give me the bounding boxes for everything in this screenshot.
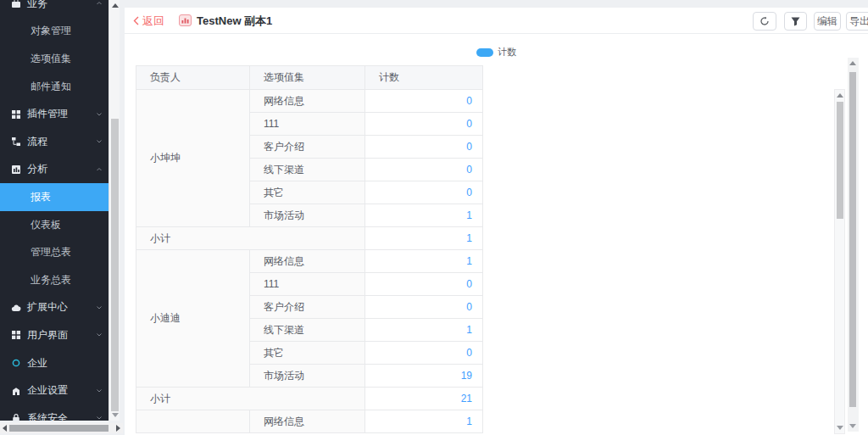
sidebar-item-label: 业务 xyxy=(27,0,47,11)
sidebar: 业务对象管理选项值集邮件通知插件管理流程分析报表仪表板管理总表业务总表扩展中心用… xyxy=(0,0,108,421)
page-scrollbar-thumb[interactable] xyxy=(849,72,856,407)
chevron-down-icon xyxy=(96,304,103,311)
sidebar-item-business[interactable]: 业务 xyxy=(0,0,108,18)
table-header-row: 负责人选项值集计数 xyxy=(136,66,483,90)
scroll-up-icon[interactable] xyxy=(849,61,856,65)
sidebar-item-label: 用户界面 xyxy=(27,328,68,343)
subtotal-label-cell: 小计 xyxy=(136,388,365,410)
toolbar: 返回 TestNew 副本1 编辑 导出 xyxy=(125,8,868,34)
table-scrollbar-thumb[interactable] xyxy=(837,102,843,219)
sidebar-item-report[interactable]: 报表 xyxy=(0,183,108,211)
subtotal-count-link[interactable]: 21 xyxy=(365,388,483,410)
sidebar-item-label: 流程 xyxy=(27,135,47,149)
sidebar-item-label: 邮件通知 xyxy=(31,80,71,94)
scroll-down-icon[interactable] xyxy=(849,424,856,428)
scroll-right-icon[interactable] xyxy=(116,425,120,432)
building-icon xyxy=(11,386,21,396)
scroll-left-icon[interactable] xyxy=(3,425,7,432)
sidebar-item-label: 系统安全 xyxy=(27,411,68,421)
subtotal-row: 小计1 xyxy=(136,227,483,250)
sidebar-item-system-security[interactable]: 系统安全 xyxy=(0,404,108,421)
sidebar-item-mail-notify[interactable]: 邮件通知 xyxy=(0,73,108,101)
sidebar-item-label: 扩展中心 xyxy=(27,300,68,315)
option-cell: 客户介绍 xyxy=(250,296,365,319)
option-cell: 线下渠道 xyxy=(250,319,365,342)
circle-icon xyxy=(11,358,21,368)
sidebar-item-label: 仪表板 xyxy=(31,218,61,232)
sidebar-item-workflow[interactable]: 流程 xyxy=(0,128,108,156)
sidebar-item-admin-summary[interactable]: 管理总表 xyxy=(0,238,108,266)
option-cell: 市场活动 xyxy=(250,365,365,388)
legend-swatch xyxy=(476,48,493,57)
sidebar-item-label: 业务总表 xyxy=(31,273,71,287)
back-label: 返回 xyxy=(142,14,164,29)
sidebar-item-business-summary[interactable]: 业务总表 xyxy=(0,266,108,294)
export-button[interactable]: 导出 xyxy=(846,12,868,31)
sidebar-item-dashboard[interactable]: 仪表板 xyxy=(0,211,108,239)
sidebar-item-enterprise-setup[interactable]: 企业设置 xyxy=(0,376,108,404)
grid-icon xyxy=(11,109,21,120)
count-link[interactable]: 1 xyxy=(365,410,483,433)
count-link[interactable]: 19 xyxy=(365,365,483,388)
scroll-up-icon[interactable] xyxy=(112,3,119,8)
refresh-icon xyxy=(760,16,770,26)
report-icon xyxy=(179,14,192,26)
sidebar-hscrollbar-thumb[interactable] xyxy=(9,425,108,432)
page-vertical-scrollbar[interactable] xyxy=(848,58,859,432)
main-panel: 返回 TestNew 副本1 编辑 导出 计数 负责人选 xyxy=(125,8,868,435)
sidebar-item-extension-center[interactable]: 扩展中心 xyxy=(0,294,108,322)
count-link[interactable]: 1 xyxy=(365,250,483,273)
count-link[interactable]: 1 xyxy=(365,319,483,342)
chevron-up-icon xyxy=(96,0,103,7)
option-cell: 网络信息 xyxy=(250,410,365,433)
table-row: 小迪迪网络信息1 xyxy=(136,250,483,273)
sidebar-item-label: 分析 xyxy=(27,162,47,176)
filter-button[interactable] xyxy=(784,12,807,31)
option-cell: 网络信息 xyxy=(250,250,365,273)
subtotal-row: 小计21 xyxy=(136,388,483,410)
count-link[interactable]: 0 xyxy=(365,273,483,296)
sidebar-item-label: 企业 xyxy=(27,356,47,371)
sidebar-item-label: 管理总表 xyxy=(31,245,71,259)
sidebar-item-option-set[interactable]: 选项值集 xyxy=(0,45,108,73)
table-vertical-scrollbar[interactable] xyxy=(834,89,845,434)
option-cell: 其它 xyxy=(250,342,365,365)
count-link[interactable]: 0 xyxy=(365,342,483,365)
count-link[interactable]: 1 xyxy=(365,204,483,227)
count-link[interactable]: 0 xyxy=(365,136,483,159)
sidebar-item-plugin-mgmt[interactable]: 插件管理 xyxy=(0,100,108,128)
scroll-up-icon[interactable] xyxy=(837,93,843,98)
count-link[interactable]: 0 xyxy=(365,113,483,136)
sidebar-scrollbar-thumb[interactable] xyxy=(111,119,119,411)
column-header: 计数 xyxy=(365,66,483,90)
chart-legend: 计数 xyxy=(125,46,868,59)
sidebar-item-object-mgmt[interactable]: 对象管理 xyxy=(0,18,108,46)
sidebar-item-user-interface[interactable]: 用户界面 xyxy=(0,321,108,349)
edit-button[interactable]: 编辑 xyxy=(814,12,841,31)
report-table-wrap: 负责人选项值集计数 小坤坤网络信息01110客户介绍0线下渠道0其它0市场活动1… xyxy=(136,65,483,433)
scroll-down-icon[interactable] xyxy=(112,413,119,417)
lock-icon xyxy=(11,413,21,421)
count-link[interactable]: 0 xyxy=(365,296,483,319)
sidebar-item-enterprise[interactable]: 企业 xyxy=(0,349,108,377)
sidebar-item-analysis[interactable]: 分析 xyxy=(0,156,108,184)
grid-icon xyxy=(11,330,21,340)
subtotal-count-link[interactable]: 1 xyxy=(365,227,483,250)
legend-label: 计数 xyxy=(498,46,516,59)
refresh-button[interactable] xyxy=(753,12,776,31)
sidebar-vertical-scrollbar[interactable] xyxy=(108,0,120,421)
scroll-down-icon[interactable] xyxy=(837,426,843,430)
sidebar-item-label: 选项值集 xyxy=(31,52,71,66)
option-cell: 其它 xyxy=(250,181,365,204)
back-button[interactable]: 返回 xyxy=(133,8,164,34)
count-link[interactable]: 0 xyxy=(365,181,483,204)
sidebar-horizontal-scrollbar[interactable] xyxy=(0,423,123,433)
count-link[interactable]: 0 xyxy=(365,90,483,113)
count-link[interactable]: 0 xyxy=(365,159,483,181)
chart-icon xyxy=(11,165,21,175)
page-title: TestNew 副本1 xyxy=(197,8,272,34)
flow-icon xyxy=(11,137,21,147)
chevron-up-icon xyxy=(96,166,103,173)
option-cell: 网络信息 xyxy=(250,90,365,113)
sidebar-item-label: 企业设置 xyxy=(27,383,68,398)
